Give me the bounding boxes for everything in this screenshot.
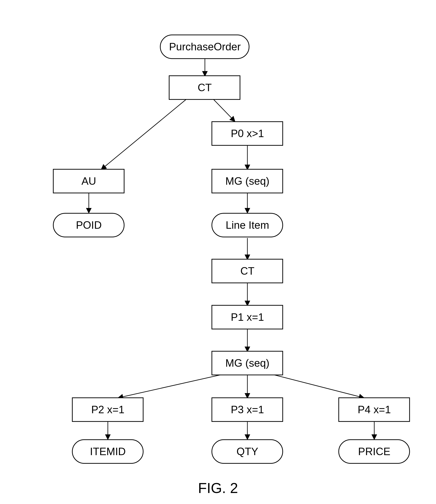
figure-caption: FIG. 2 bbox=[198, 480, 238, 496]
label-p0: P0 x>1 bbox=[231, 128, 264, 140]
label-p3: P3 x=1 bbox=[231, 404, 264, 416]
label-ct-top: CT bbox=[198, 82, 212, 93]
node-p4: P4 x=1 bbox=[339, 398, 409, 421]
node-price: PRICE bbox=[339, 440, 409, 463]
label-lineitem: Line Item bbox=[226, 219, 269, 231]
label-ct-lower: CT bbox=[240, 265, 254, 277]
node-p3: P3 x=1 bbox=[212, 398, 283, 421]
schema-tree-diagram: PurchaseOrder CT P0 x>1 AU MG (seq) POID… bbox=[0, 0, 436, 504]
svg-line-1 bbox=[101, 99, 186, 169]
label-au: AU bbox=[82, 175, 96, 187]
node-p1: P1 x=1 bbox=[212, 305, 283, 329]
svg-line-11 bbox=[273, 374, 364, 398]
node-ct-top: CT bbox=[169, 76, 240, 99]
label-price: PRICE bbox=[358, 446, 391, 457]
label-mg-upper: MG (seq) bbox=[225, 175, 269, 187]
label-mg-lower: MG (seq) bbox=[225, 357, 269, 369]
node-qty: QTY bbox=[212, 440, 283, 463]
svg-line-2 bbox=[214, 99, 235, 121]
label-p4: P4 x=1 bbox=[358, 404, 391, 416]
label-purchaseorder: PurchaseOrder bbox=[169, 41, 241, 53]
label-itemid: ITEMID bbox=[90, 446, 126, 457]
node-p2: P2 x=1 bbox=[72, 398, 143, 421]
label-qty: QTY bbox=[236, 446, 258, 457]
node-mg-upper: MG (seq) bbox=[212, 169, 283, 193]
label-poid: POID bbox=[76, 219, 102, 231]
node-itemid: ITEMID bbox=[72, 440, 143, 463]
node-au: AU bbox=[53, 169, 124, 193]
label-p2: P2 x=1 bbox=[91, 404, 124, 416]
node-lineitem: Line Item bbox=[212, 213, 283, 237]
node-p0: P0 x>1 bbox=[212, 122, 283, 145]
svg-line-9 bbox=[118, 374, 222, 398]
label-p1: P1 x=1 bbox=[231, 311, 264, 323]
node-poid: POID bbox=[53, 213, 124, 237]
node-mg-lower: MG (seq) bbox=[212, 351, 283, 375]
node-ct-lower: CT bbox=[212, 259, 283, 283]
node-purchaseorder: PurchaseOrder bbox=[160, 35, 249, 59]
